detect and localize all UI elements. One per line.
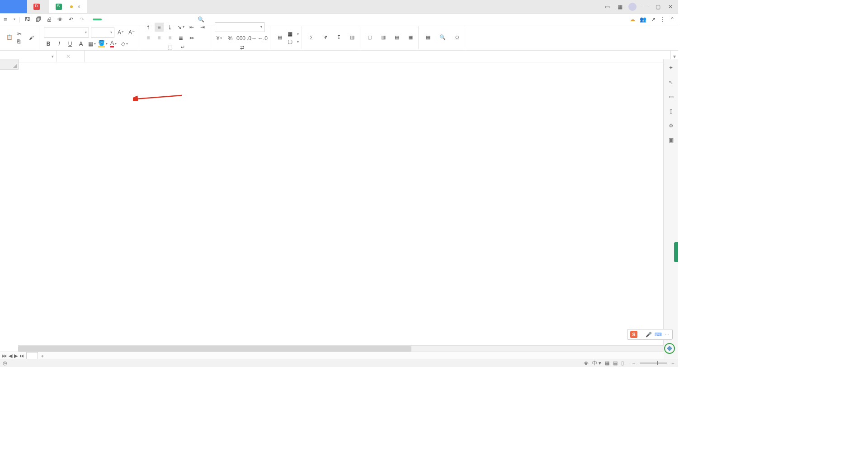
filter-button[interactable]: ⧩ bbox=[320, 33, 330, 43]
scroll-thumb[interactable] bbox=[18, 346, 411, 352]
freeze-button[interactable]: ▦ bbox=[406, 33, 415, 43]
tab-custom[interactable] bbox=[152, 19, 156, 20]
style-panel-icon[interactable]: ▭ bbox=[667, 93, 675, 101]
rowcol-button[interactable]: ▥ bbox=[378, 33, 388, 43]
tab-template[interactable]: D bbox=[27, 0, 49, 13]
save-icon[interactable]: 🖫 bbox=[24, 16, 31, 23]
share-button[interactable]: ↗ bbox=[651, 16, 656, 23]
align-right-button[interactable]: ≡ bbox=[165, 33, 175, 42]
align-top-button[interactable]: ⭱ bbox=[144, 23, 153, 32]
tab-view[interactable] bbox=[161, 19, 165, 20]
find-button[interactable]: 🔍 bbox=[438, 33, 448, 43]
font-name-select[interactable]: ▾ bbox=[44, 28, 89, 38]
select-all-corner[interactable] bbox=[0, 59, 19, 70]
horizontal-scrollbar[interactable] bbox=[18, 345, 664, 352]
close-window-button[interactable]: ✕ bbox=[666, 3, 675, 11]
sheet-button[interactable]: ▤ bbox=[392, 33, 402, 43]
grid[interactable] bbox=[0, 69, 664, 359]
zoom-out-button[interactable]: － bbox=[631, 360, 636, 367]
format-painter-button[interactable]: 🖌 bbox=[26, 33, 36, 43]
currency-button[interactable]: ¥▾ bbox=[215, 34, 224, 43]
fill-color-button[interactable]: 🪣▾ bbox=[98, 39, 107, 48]
add-sheet-icon[interactable]: ＋ bbox=[40, 352, 45, 359]
tab-document[interactable]: S × bbox=[49, 0, 87, 13]
select-tool-icon[interactable]: ↖ bbox=[667, 78, 675, 86]
indent-inc-button[interactable]: ⇥ bbox=[198, 23, 207, 32]
prev-sheet-icon[interactable]: ◀ bbox=[9, 353, 12, 359]
tab-formula[interactable] bbox=[125, 19, 129, 20]
inc-font-button[interactable]: A⁺ bbox=[116, 28, 125, 37]
align-mid-button[interactable]: ≡ bbox=[155, 23, 164, 32]
cancel-fx-icon[interactable]: ✕ bbox=[66, 53, 71, 60]
changes-indicator[interactable]: ☁ bbox=[630, 16, 635, 23]
view-page-icon[interactable]: ▤ bbox=[613, 360, 618, 366]
tab-start[interactable] bbox=[93, 19, 102, 20]
italic-button[interactable]: I bbox=[55, 39, 64, 48]
table-tools-button[interactable]: ▦ bbox=[423, 33, 433, 43]
align-bot-button[interactable]: ⭳ bbox=[165, 23, 175, 32]
table-style-button[interactable]: ▦▾ bbox=[288, 31, 299, 37]
symbol-button[interactable]: Ω bbox=[452, 33, 462, 43]
preview-icon[interactable]: 👁 bbox=[57, 16, 64, 23]
dec-font-button[interactable]: A⁻ bbox=[127, 28, 136, 37]
cut-button[interactable]: ✂ bbox=[17, 31, 24, 37]
orientation-button[interactable]: ↘▾ bbox=[176, 23, 185, 32]
strike-button[interactable]: A̶ bbox=[76, 39, 85, 48]
apps-icon[interactable]: ▦ bbox=[616, 3, 624, 11]
percent-button[interactable]: % bbox=[226, 34, 235, 43]
underline-button[interactable]: U bbox=[66, 39, 75, 48]
maximize-button[interactable]: ▢ bbox=[654, 3, 662, 11]
ime-more-icon[interactable]: ⋯ bbox=[665, 332, 670, 338]
command-search[interactable]: 🔍 bbox=[198, 16, 206, 23]
align-left-button[interactable]: ≡ bbox=[144, 33, 153, 42]
zoom-in-button[interactable]: ＋ bbox=[670, 360, 675, 367]
align-center-button[interactable]: ≡ bbox=[155, 33, 164, 42]
help-panel-icon[interactable]: ▣ bbox=[667, 136, 675, 144]
minimize-button[interactable]: — bbox=[641, 3, 649, 11]
tab-close-button[interactable]: × bbox=[77, 4, 80, 10]
menu-icon[interactable]: ≡ bbox=[4, 16, 7, 23]
redo-icon[interactable]: ↷ bbox=[78, 16, 85, 23]
dec-dec-button[interactable]: ←.0 bbox=[258, 34, 267, 43]
cond-format-button[interactable]: ▤ bbox=[275, 33, 285, 43]
save-as-icon[interactable]: 🗐 bbox=[35, 16, 42, 23]
settings-panel-icon[interactable]: ⚙ bbox=[667, 122, 675, 130]
tab-insert[interactable] bbox=[107, 19, 111, 20]
distribute-button[interactable]: ⇔ bbox=[187, 33, 196, 42]
print-icon[interactable]: 🖨 bbox=[46, 16, 53, 23]
tab-review[interactable] bbox=[143, 19, 147, 20]
last-sheet-icon[interactable]: ⏭ bbox=[19, 353, 24, 358]
align-justify-button[interactable]: ≣ bbox=[176, 33, 185, 42]
copy-button[interactable]: ⎘ bbox=[17, 38, 24, 45]
sort-button[interactable]: ↧ bbox=[334, 33, 344, 43]
menu-file[interactable]: ▾ bbox=[8, 17, 18, 21]
collapse-ribbon-icon[interactable]: ⌃ bbox=[670, 16, 675, 23]
tab-add-button[interactable] bbox=[87, 0, 100, 13]
ai-icon[interactable]: ✦ bbox=[667, 64, 675, 72]
tab-data[interactable] bbox=[134, 19, 138, 20]
tab-eff[interactable] bbox=[189, 19, 192, 20]
coop-button[interactable]: 👥 bbox=[640, 16, 646, 23]
font-color-button[interactable]: A▾ bbox=[109, 39, 118, 48]
font-size-select[interactable]: ▾ bbox=[91, 28, 114, 38]
phonetic-button[interactable]: ◇▾ bbox=[120, 39, 129, 48]
layout-icon[interactable]: ▭ bbox=[603, 3, 611, 11]
cell-style-button[interactable]: ▢▾ bbox=[288, 38, 299, 45]
bold-button[interactable]: B bbox=[44, 39, 53, 48]
record-icon[interactable]: ◎ bbox=[3, 360, 7, 366]
first-sheet-icon[interactable]: ⏮ bbox=[2, 353, 7, 358]
ime-keyboard-icon[interactable]: ⌨ bbox=[655, 332, 662, 338]
layout-panel-icon[interactable]: ▯ bbox=[667, 107, 675, 115]
number-format-select[interactable]: ▾ bbox=[215, 22, 264, 32]
fill-button[interactable]: ▥ bbox=[347, 33, 357, 43]
cell-button[interactable]: ▢ bbox=[365, 33, 375, 43]
comma-button[interactable]: 000 bbox=[236, 34, 245, 43]
next-sheet-icon[interactable]: ▶ bbox=[14, 353, 18, 359]
zoom-slider[interactable] bbox=[640, 362, 667, 364]
ime-toolbar[interactable]: S 🎤 ⌨ ⋯ bbox=[627, 329, 673, 340]
tab-home[interactable] bbox=[0, 0, 27, 13]
view-break-icon[interactable]: ▯ bbox=[621, 360, 624, 366]
undo-icon[interactable]: ↶ bbox=[67, 16, 75, 23]
user-avatar[interactable] bbox=[628, 3, 637, 11]
side-collapse-handle[interactable] bbox=[674, 242, 678, 262]
